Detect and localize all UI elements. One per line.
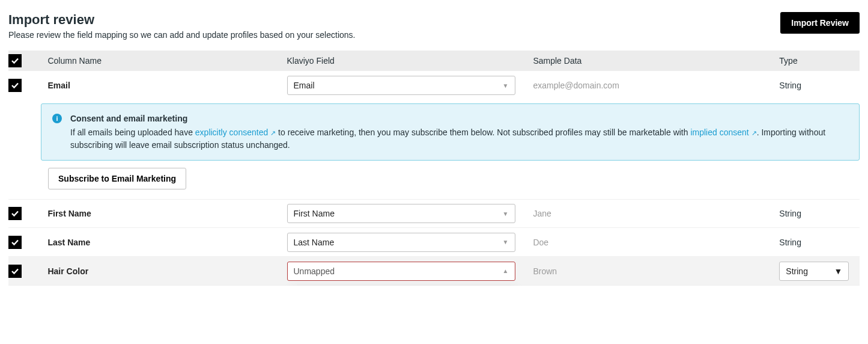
banner-text-2: to receive marketing, then you may subsc… <box>276 127 690 137</box>
field-select-value: First Name <box>294 209 335 218</box>
field-select-email[interactable]: Email ▼ <box>287 76 515 95</box>
chevron-down-icon: ▼ <box>503 239 509 245</box>
consent-info-banner: i Consent and email marketing If all ema… <box>41 103 860 161</box>
external-link-icon: ↗ <box>270 129 276 137</box>
row-sample-firstname: Jane <box>533 209 551 218</box>
chevron-down-icon: ▼ <box>503 210 509 217</box>
table-header: Column Name Klaviyo Field Sample Data Ty… <box>8 51 860 71</box>
chevron-up-icon: ▲ <box>503 268 509 274</box>
field-select-value: Unmapped <box>294 266 335 276</box>
row-sample-lastname: Doe <box>533 238 548 247</box>
field-select-value: Last Name <box>294 238 335 247</box>
table-row: Last Name Last Name ▼ Doe String <box>8 228 860 257</box>
row-checkbox-email[interactable] <box>8 79 22 92</box>
row-name-lastname: Last Name <box>47 238 90 247</box>
row-checkbox-lastname[interactable] <box>8 236 22 249</box>
row-type-email: String <box>779 81 801 90</box>
row-sample-haircolor: Brown <box>533 266 557 276</box>
implied-consent-link[interactable]: implied consent↗ <box>690 127 756 137</box>
column-header-type: Type <box>779 56 797 66</box>
field-select-haircolor[interactable]: Unmapped ▲ <box>287 262 515 281</box>
field-select-lastname[interactable]: Last Name ▼ <box>287 233 515 252</box>
row-type-firstname: String <box>779 209 801 218</box>
banner-title: Consent and email marketing <box>70 112 848 125</box>
table-row: Email Email ▼ example@domain.com String <box>8 71 860 100</box>
column-header-sample: Sample Data <box>533 56 581 66</box>
subscribe-email-marketing-button[interactable]: Subscribe to Email Marketing <box>48 168 186 189</box>
row-checkbox-firstname[interactable] <box>8 207 22 220</box>
page-subtitle: Please review the field mapping so we ca… <box>8 30 355 40</box>
chevron-down-icon: ▼ <box>503 82 509 89</box>
table-row: First Name First Name ▼ Jane String <box>8 199 860 228</box>
row-type-lastname: String <box>779 238 801 247</box>
field-select-firstname[interactable]: First Name ▼ <box>287 204 515 223</box>
external-link-icon: ↗ <box>751 129 757 137</box>
chevron-down-icon: ▼ <box>834 266 842 276</box>
info-icon: i <box>52 114 62 123</box>
import-review-button[interactable]: Import Review <box>780 12 860 34</box>
type-select-value: String <box>786 266 808 276</box>
explicitly-consented-link[interactable]: explicitly consented↗ <box>195 127 276 137</box>
field-select-value: Email <box>294 81 315 90</box>
page-title: Import review <box>8 12 355 28</box>
type-select-haircolor[interactable]: String ▼ <box>779 262 849 281</box>
column-header-field: Klaviyo Field <box>287 56 335 66</box>
table-row: Hair Color Unmapped ▲ Brown String ▼ <box>8 257 860 286</box>
column-header-name: Column Name <box>47 56 101 66</box>
row-name-firstname: First Name <box>47 209 91 218</box>
row-name-haircolor: Hair Color <box>47 266 88 276</box>
row-name-email: Email <box>47 81 70 90</box>
row-sample-email: example@domain.com <box>533 81 619 90</box>
select-all-checkbox[interactable] <box>8 54 22 67</box>
row-checkbox-haircolor[interactable] <box>8 265 22 278</box>
banner-text-1: If all emails being uploaded have <box>70 127 195 137</box>
